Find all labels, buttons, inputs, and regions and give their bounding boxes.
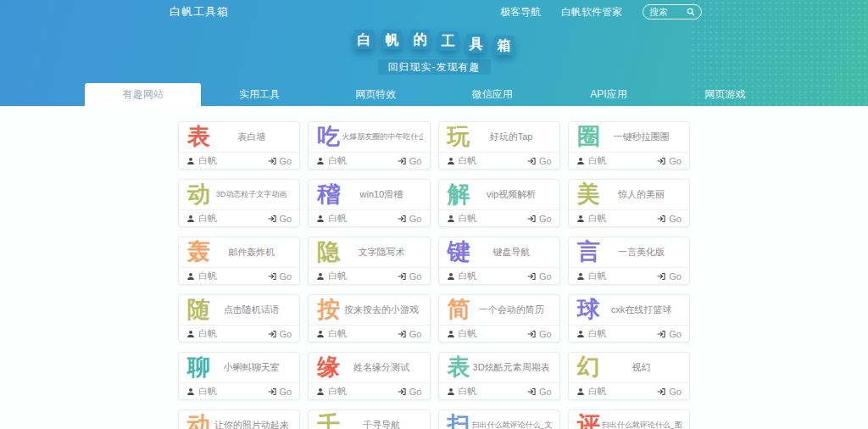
card-go-link[interactable]: Go: [398, 329, 422, 339]
card-author-label: 白帆: [328, 270, 347, 282]
tool-card[interactable]: 扫 扫出什么就评论什么_文字版 白帆 Go: [438, 410, 560, 429]
tool-card[interactable]: 随 点击随机话语 白帆 Go: [178, 294, 300, 343]
user-icon: [576, 387, 585, 396]
card-go-label[interactable]: Go: [669, 271, 682, 281]
tab-1[interactable]: 实用工具: [201, 83, 317, 106]
site-title-char: 具: [466, 34, 486, 53]
card-go-label[interactable]: Go: [280, 156, 292, 166]
site-title-char: 帆: [382, 30, 402, 49]
card-go-label[interactable]: Go: [669, 156, 682, 166]
card-go-link[interactable]: Go: [398, 156, 422, 166]
card-glyph: 评: [577, 414, 600, 429]
tab-4[interactable]: API应用: [550, 83, 666, 106]
nav-link-geek-nav[interactable]: 极客导航: [500, 5, 541, 20]
card-go-label[interactable]: Go: [409, 271, 422, 281]
tool-card[interactable]: 动 让你的照片动起来 白帆 Go: [178, 410, 300, 429]
tool-card[interactable]: 表 表白墙 白帆 Go: [178, 121, 300, 170]
card-go-link[interactable]: Go: [657, 387, 682, 397]
card-go-link[interactable]: Go: [398, 271, 422, 281]
card-glyph: 轰: [187, 241, 210, 264]
card-go-link[interactable]: Go: [657, 156, 682, 166]
card-top: 吃 火爆朋友圈的中午吃什么: [309, 122, 429, 152]
search-input[interactable]: [649, 7, 683, 17]
card-top: 聊 小蝌蚪聊天室: [179, 353, 299, 382]
user-icon: [447, 272, 455, 281]
tab-3[interactable]: 微信应用: [434, 83, 550, 106]
card-go-label[interactable]: Go: [539, 156, 552, 166]
tab-5[interactable]: 网页游戏: [667, 83, 783, 106]
tool-card[interactable]: 动 3D动态粒子文字动画 白帆 Go: [178, 179, 300, 227]
tool-card[interactable]: 轰 邮件轰炸机 白帆 Go: [178, 237, 300, 285]
tool-card[interactable]: 缘 姓名缘分测试 白帆 Go: [308, 352, 430, 400]
card-go-label[interactable]: Go: [669, 329, 682, 339]
card-glyph: 按: [317, 298, 340, 321]
card-go-link[interactable]: Go: [398, 387, 422, 397]
card-go-link[interactable]: Go: [527, 156, 552, 166]
card-go-link[interactable]: Go: [268, 156, 292, 166]
card-go-label[interactable]: Go: [669, 387, 682, 397]
tool-card[interactable]: 幻 视幻 白帆 Go: [568, 352, 690, 400]
card-go-label[interactable]: Go: [539, 214, 552, 224]
card-go-label[interactable]: Go: [409, 156, 422, 166]
card-glyph: 美: [577, 183, 600, 206]
card-go-link[interactable]: Go: [527, 329, 552, 339]
tool-card[interactable]: 表 3D炫酷元素周期表 白帆 Go: [438, 352, 560, 400]
card-go-label[interactable]: Go: [539, 329, 552, 339]
tool-card[interactable]: 圈 一键秒拉圈圈 白帆 Go: [568, 121, 690, 170]
nav-link-software-manager[interactable]: 白帆软件管家: [561, 5, 622, 20]
card-go-label[interactable]: Go: [280, 387, 292, 397]
card-go-link[interactable]: Go: [527, 214, 552, 224]
search-box[interactable]: [643, 4, 702, 20]
card-go-label[interactable]: Go: [280, 271, 292, 281]
tool-card[interactable]: 聊 小蝌蚪聊天室 白帆 Go: [178, 352, 300, 400]
card-go-label[interactable]: Go: [409, 329, 422, 339]
card-go-link[interactable]: Go: [657, 329, 682, 339]
card-go-label[interactable]: Go: [409, 214, 422, 224]
sign-in-icon: [527, 387, 536, 396]
card-author-label: 白帆: [459, 270, 477, 282]
card-glyph: 扫: [448, 414, 470, 429]
card-author-label: 白帆: [328, 327, 347, 340]
card-title: 3D动态粒子文字动画: [210, 189, 292, 200]
tool-card[interactable]: 稽 win10滑稽 白帆 Go: [308, 179, 430, 227]
card-footer: 白帆 Go: [439, 209, 559, 226]
search-icon[interactable]: [687, 8, 695, 16]
card-author-label: 白帆: [198, 212, 217, 225]
sign-in-icon: [398, 214, 406, 223]
tool-card[interactable]: 千 千寻导航 白帆 Go: [308, 410, 430, 429]
tool-card[interactable]: 简 一个会动的简历 白帆 Go: [438, 294, 560, 343]
site-title-char: 工: [438, 31, 458, 51]
tool-card[interactable]: 玩 好玩的Tap 白帆 Go: [438, 121, 560, 170]
card-go-link[interactable]: Go: [268, 214, 292, 224]
tab-2[interactable]: 网页特效: [318, 83, 434, 106]
card-go-link[interactable]: Go: [398, 214, 422, 224]
tab-0[interactable]: 有趣网站: [85, 83, 201, 106]
card-go-link[interactable]: Go: [657, 271, 682, 281]
card-go-link[interactable]: Go: [268, 329, 292, 339]
site-title-char: 箱: [494, 36, 514, 55]
tool-card[interactable]: 球 cxk在线打篮球 白帆 Go: [568, 294, 690, 343]
card-go-link[interactable]: Go: [657, 214, 682, 224]
card-go-label[interactable]: Go: [280, 214, 292, 224]
tool-card[interactable]: 吃 火爆朋友圈的中午吃什么 白帆 Go: [308, 121, 430, 170]
card-go-link[interactable]: Go: [527, 271, 552, 281]
tool-card[interactable]: 按 按来按去的小游戏 白帆 Go: [308, 294, 430, 343]
card-go-label[interactable]: Go: [669, 214, 682, 224]
card-go-link[interactable]: Go: [268, 387, 292, 397]
card-go-label[interactable]: Go: [539, 387, 552, 397]
tool-card[interactable]: 键 键盘导航 白帆 Go: [438, 237, 560, 285]
card-title: 火爆朋友圈的中午吃什么: [340, 131, 422, 142]
card-go-link[interactable]: Go: [527, 387, 552, 397]
card-glyph: 稽: [317, 183, 340, 206]
tool-card[interactable]: 言 一言美化版 白帆 Go: [568, 237, 690, 285]
card-go-label[interactable]: Go: [539, 271, 552, 281]
tool-card[interactable]: 评 扫出什么就评论什么_图片版 白帆 Go: [568, 410, 690, 429]
tool-card[interactable]: 美 惊人的美丽 白帆 Go: [568, 179, 690, 227]
card-go-link[interactable]: Go: [268, 271, 292, 281]
tool-card[interactable]: 隐 文字隐写术 白帆 Go: [308, 237, 430, 285]
card-author: 白帆: [316, 270, 347, 282]
tool-card[interactable]: 解 vip视频解析 白帆 Go: [438, 179, 560, 227]
card-top: 解 vip视频解析: [439, 180, 559, 209]
card-go-label[interactable]: Go: [409, 387, 422, 397]
card-go-label[interactable]: Go: [280, 329, 292, 339]
